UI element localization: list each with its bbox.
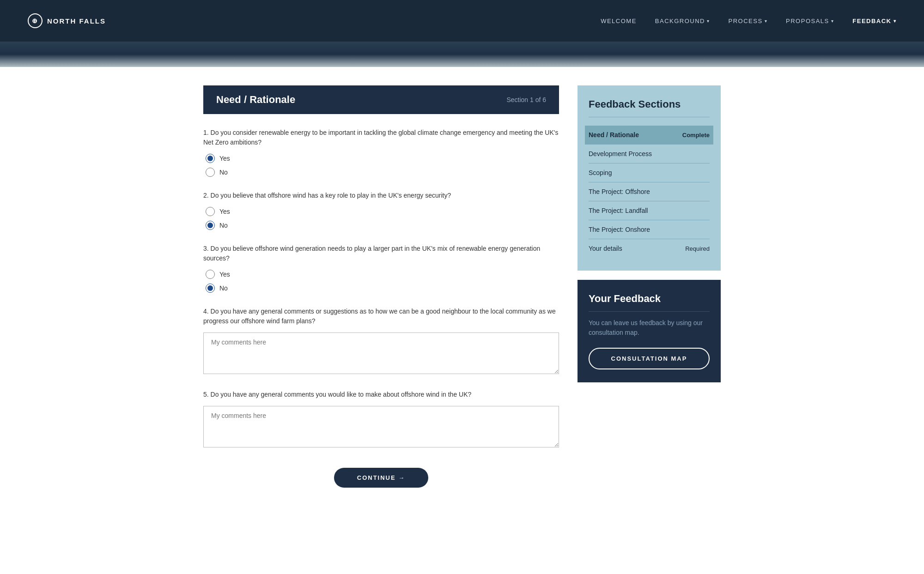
question-2: 2. Do you believe that offshore wind has…	[203, 191, 559, 230]
sidebar-item-need-rationale-label: Need / Rationale	[589, 131, 639, 139]
q2-no-radio[interactable]	[206, 221, 215, 230]
right-panel: Feedback Sections Need / Rationale Compl…	[578, 85, 721, 488]
logo[interactable]: ⊕ NORTH FALLS	[28, 13, 106, 28]
q1-no-label[interactable]: No	[206, 168, 559, 177]
nav-feedback[interactable]: FEEDBACK ▾	[852, 18, 896, 24]
q1-yes-label[interactable]: Yes	[206, 154, 559, 163]
your-feedback-text: You can leave us feedback by using our c…	[589, 318, 710, 338]
nav-links: WELCOME BACKGROUND ▾ PROCESS ▾ PROPOSALS…	[601, 18, 896, 24]
question-3-options: Yes No	[206, 270, 559, 293]
section-list: Need / Rationale Complete Development Pr…	[589, 126, 710, 258]
section-title: Need / Rationale	[216, 94, 295, 106]
sidebar-item-development-process[interactable]: Development Process	[589, 145, 710, 163]
q4-textarea[interactable]	[203, 332, 559, 374]
question-4-textarea-wrapper	[203, 332, 559, 376]
q2-no-text: No	[219, 222, 228, 229]
q1-no-radio[interactable]	[206, 168, 215, 177]
question-1: 1. Do you consider renewable energy to b…	[203, 128, 559, 177]
q2-yes-radio[interactable]	[206, 207, 215, 216]
nav-background[interactable]: BACKGROUND ▾	[655, 18, 710, 24]
feedback-sections-card: Feedback Sections Need / Rationale Compl…	[578, 85, 721, 271]
navigation: ⊕ NORTH FALLS WELCOME BACKGROUND ▾ PROCE…	[0, 0, 924, 42]
left-panel: Need / Rationale Section 1 of 6 1. Do yo…	[203, 85, 559, 488]
q3-no-label[interactable]: No	[206, 284, 559, 293]
sidebar-item-your-details-status: Required	[685, 245, 710, 252]
q2-yes-label[interactable]: Yes	[206, 207, 559, 216]
sidebar-item-your-details-label: Your details	[589, 245, 622, 252]
hero-band	[0, 42, 924, 67]
sidebar-item-project-onshore[interactable]: The Project: Onshore	[589, 220, 710, 239]
q2-no-label[interactable]: No	[206, 221, 559, 230]
q2-yes-text: Yes	[219, 208, 230, 215]
chevron-down-icon: ▾	[707, 18, 710, 24]
question-4: 4. Do you have any general comments or s…	[203, 307, 559, 376]
question-4-text: 4. Do you have any general comments or s…	[203, 307, 559, 326]
nav-process[interactable]: PROCESS ▾	[728, 18, 767, 24]
sidebar-item-project-offshore-label: The Project: Offshore	[589, 188, 650, 195]
question-2-options: Yes No	[206, 207, 559, 230]
main-content: Need / Rationale Section 1 of 6 1. Do yo…	[0, 67, 924, 574]
nav-proposals[interactable]: PROPOSALS ▾	[786, 18, 834, 24]
logo-text: NORTH FALLS	[47, 17, 106, 25]
sidebar-item-scoping-label: Scoping	[589, 169, 612, 176]
continue-btn-wrapper: CONTINUE →	[203, 468, 559, 488]
chevron-down-icon: ▾	[831, 18, 834, 24]
sidebar-item-project-onshore-label: The Project: Onshore	[589, 226, 650, 233]
q3-no-text: No	[219, 284, 228, 292]
q3-no-radio[interactable]	[206, 284, 215, 293]
your-feedback-card: Your Feedback You can leave us feedback …	[578, 280, 721, 382]
question-3: 3. Do you believe offshore wind generati…	[203, 244, 559, 293]
chevron-down-icon: ▾	[894, 18, 897, 24]
nav-welcome[interactable]: WELCOME	[601, 18, 637, 24]
q1-yes-text: Yes	[219, 155, 230, 162]
question-5-text: 5. Do you have any general comments you …	[203, 390, 559, 399]
your-feedback-title: Your Feedback	[589, 293, 710, 312]
chevron-down-icon: ▾	[765, 18, 768, 24]
section-number: Section 1 of 6	[506, 96, 546, 103]
question-1-options: Yes No	[206, 154, 559, 177]
question-1-text: 1. Do you consider renewable energy to b…	[203, 128, 559, 147]
logo-icon: ⊕	[28, 13, 43, 28]
q3-yes-text: Yes	[219, 271, 230, 278]
sidebar-item-need-rationale-status: Complete	[682, 132, 710, 139]
section-header: Need / Rationale Section 1 of 6	[203, 85, 559, 114]
sidebar-item-project-landfall-label: The Project: Landfall	[589, 207, 648, 214]
question-5-textarea-wrapper	[203, 406, 559, 449]
continue-button[interactable]: CONTINUE →	[334, 468, 429, 488]
q1-yes-radio[interactable]	[206, 154, 215, 163]
q3-yes-radio[interactable]	[206, 270, 215, 279]
sidebar-item-need-rationale[interactable]: Need / Rationale Complete	[585, 126, 713, 145]
sidebar-item-scoping[interactable]: Scoping	[589, 163, 710, 182]
feedback-sections-title: Feedback Sections	[589, 98, 710, 117]
sidebar-item-project-landfall[interactable]: The Project: Landfall	[589, 201, 710, 220]
question-2-text: 2. Do you believe that offshore wind has…	[203, 191, 559, 200]
sidebar-item-your-details[interactable]: Your details Required	[589, 239, 710, 258]
q1-no-text: No	[219, 169, 228, 176]
q5-textarea[interactable]	[203, 406, 559, 447]
sidebar-item-development-process-label: Development Process	[589, 150, 652, 157]
content-wrapper: Need / Rationale Section 1 of 6 1. Do yo…	[185, 85, 739, 488]
question-5: 5. Do you have any general comments you …	[203, 390, 559, 449]
question-3-text: 3. Do you believe offshore wind generati…	[203, 244, 559, 263]
q3-yes-label[interactable]: Yes	[206, 270, 559, 279]
consultation-map-button[interactable]: CONSULTATION MAP	[589, 348, 710, 369]
sidebar-item-project-offshore[interactable]: The Project: Offshore	[589, 182, 710, 201]
